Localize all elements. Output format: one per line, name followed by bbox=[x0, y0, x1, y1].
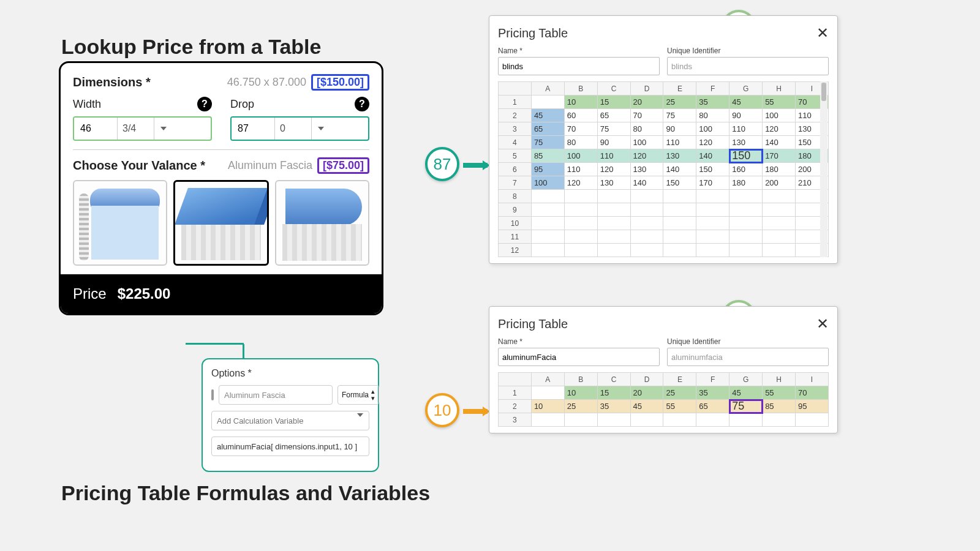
add-variable-input[interactable] bbox=[211, 411, 369, 430]
grid-cell[interactable] bbox=[597, 413, 630, 427]
row-head[interactable]: 9 bbox=[499, 203, 532, 217]
grid-cell[interactable] bbox=[696, 244, 729, 257]
grid-cell[interactable] bbox=[630, 230, 663, 244]
grid-cell[interactable] bbox=[531, 190, 564, 203]
grid-cell[interactable]: 65 bbox=[696, 400, 729, 413]
grid-cell[interactable]: 10 bbox=[564, 386, 597, 400]
formula-select[interactable]: Formula▴▾ bbox=[337, 385, 379, 405]
name-input[interactable] bbox=[498, 57, 660, 75]
row-head[interactable]: 10 bbox=[499, 217, 532, 230]
grid-cell[interactable] bbox=[630, 244, 663, 257]
grid-cell[interactable] bbox=[531, 413, 564, 427]
row-head[interactable]: 12 bbox=[499, 244, 532, 257]
grid-cell[interactable] bbox=[663, 413, 696, 427]
grid-cell[interactable]: 110 bbox=[663, 136, 696, 149]
grid-cell[interactable]: 25 bbox=[663, 386, 696, 400]
grid-cell[interactable]: 55 bbox=[763, 386, 796, 400]
grid-cell[interactable]: 15 bbox=[597, 96, 630, 109]
grid-cell[interactable] bbox=[531, 386, 564, 400]
grid-cell[interactable]: 45 bbox=[630, 400, 663, 413]
grid-cell[interactable]: 45 bbox=[729, 386, 763, 400]
grid-cell[interactable]: 55 bbox=[663, 400, 696, 413]
grid-cell[interactable] bbox=[663, 190, 696, 203]
grid-cell[interactable]: 45 bbox=[729, 96, 763, 109]
grid-cell[interactable]: 130 bbox=[597, 176, 630, 190]
row-head[interactable]: 1 bbox=[499, 386, 532, 400]
grid-cell[interactable] bbox=[663, 244, 696, 257]
grid-cell[interactable]: 90 bbox=[597, 136, 630, 149]
grid-cell[interactable]: 70 bbox=[630, 109, 663, 122]
grid-cell[interactable]: 110 bbox=[729, 122, 763, 136]
grid-cell[interactable]: 120 bbox=[630, 149, 663, 163]
row-head[interactable]: 2 bbox=[499, 109, 532, 122]
grid-cell[interactable]: 140 bbox=[663, 163, 696, 176]
grid-cell[interactable]: 75 bbox=[729, 400, 763, 413]
help-icon[interactable]: ? bbox=[355, 97, 369, 111]
grid-cell[interactable]: 45 bbox=[531, 109, 564, 122]
row-head[interactable]: 7 bbox=[499, 176, 532, 190]
grid-cell[interactable]: 35 bbox=[696, 386, 729, 400]
grid-cell[interactable]: 180 bbox=[763, 163, 796, 176]
grid-cell[interactable]: 55 bbox=[763, 96, 796, 109]
drop-frac[interactable]: 0 bbox=[274, 118, 311, 140]
grid-cell[interactable] bbox=[696, 413, 729, 427]
grid-cell[interactable]: 35 bbox=[597, 400, 630, 413]
chevron-down-icon[interactable] bbox=[311, 118, 330, 140]
grid-cell[interactable]: 70 bbox=[796, 386, 829, 400]
scrollbar[interactable] bbox=[820, 81, 827, 257]
grid-cell[interactable]: 170 bbox=[696, 176, 729, 190]
valance-option-roller[interactable] bbox=[73, 180, 167, 266]
grid-cell[interactable]: 100 bbox=[696, 122, 729, 136]
grid-cell[interactable]: 120 bbox=[696, 136, 729, 149]
width-whole[interactable] bbox=[74, 118, 117, 140]
grid-cell[interactable] bbox=[597, 190, 630, 203]
row-head[interactable]: 5 bbox=[499, 149, 532, 163]
grid-cell[interactable] bbox=[763, 217, 796, 230]
grid-cell[interactable]: 130 bbox=[729, 136, 763, 149]
grid-cell[interactable] bbox=[729, 413, 763, 427]
grid-cell[interactable]: 95 bbox=[796, 400, 829, 413]
grid-cell[interactable]: 100 bbox=[531, 176, 564, 190]
chevron-down-icon[interactable] bbox=[154, 118, 172, 140]
grid-cell[interactable] bbox=[729, 203, 763, 217]
grid-cell[interactable] bbox=[729, 244, 763, 257]
grid-cell[interactable]: 200 bbox=[763, 176, 796, 190]
grid-cell[interactable]: 95 bbox=[531, 163, 564, 176]
grid-cell[interactable] bbox=[696, 190, 729, 203]
grid-cell[interactable] bbox=[630, 413, 663, 427]
grid-cell[interactable] bbox=[696, 217, 729, 230]
grid-cell[interactable]: 80 bbox=[564, 136, 597, 149]
grid-cell[interactable]: 35 bbox=[696, 96, 729, 109]
grid-cell[interactable]: 15 bbox=[597, 386, 630, 400]
row-head[interactable]: 1 bbox=[499, 96, 532, 109]
grid-cell[interactable]: 80 bbox=[630, 122, 663, 136]
grid-cell[interactable]: 130 bbox=[630, 163, 663, 176]
grid-cell[interactable] bbox=[763, 413, 796, 427]
grid-cell[interactable] bbox=[729, 217, 763, 230]
row-head[interactable]: 11 bbox=[499, 230, 532, 244]
grid-cell[interactable] bbox=[696, 203, 729, 217]
grid-cell[interactable]: 150 bbox=[696, 163, 729, 176]
grid-cell[interactable]: 120 bbox=[763, 122, 796, 136]
grid-cell[interactable] bbox=[729, 190, 763, 203]
grid-cell[interactable]: 160 bbox=[729, 163, 763, 176]
grid-cell[interactable] bbox=[796, 413, 829, 427]
grid-cell[interactable] bbox=[630, 217, 663, 230]
grid-cell[interactable]: 100 bbox=[564, 149, 597, 163]
grid-cell[interactable]: 75 bbox=[531, 136, 564, 149]
grid-cell[interactable] bbox=[531, 244, 564, 257]
option-checkbox[interactable] bbox=[211, 389, 214, 400]
grid-cell[interactable] bbox=[564, 190, 597, 203]
grid-cell[interactable]: 75 bbox=[597, 122, 630, 136]
grid-cell[interactable]: 120 bbox=[597, 163, 630, 176]
grid-cell[interactable]: 100 bbox=[630, 136, 663, 149]
grid-cell[interactable] bbox=[531, 230, 564, 244]
grid-cell[interactable] bbox=[597, 244, 630, 257]
grid-cell[interactable] bbox=[597, 203, 630, 217]
valance-option-curved[interactable] bbox=[275, 180, 369, 266]
grid-cell[interactable] bbox=[564, 217, 597, 230]
grid-cell[interactable]: 65 bbox=[597, 109, 630, 122]
grid-cell[interactable]: 110 bbox=[597, 149, 630, 163]
grid-cell[interactable]: 70 bbox=[564, 122, 597, 136]
drop-input[interactable]: 0 bbox=[230, 116, 369, 141]
